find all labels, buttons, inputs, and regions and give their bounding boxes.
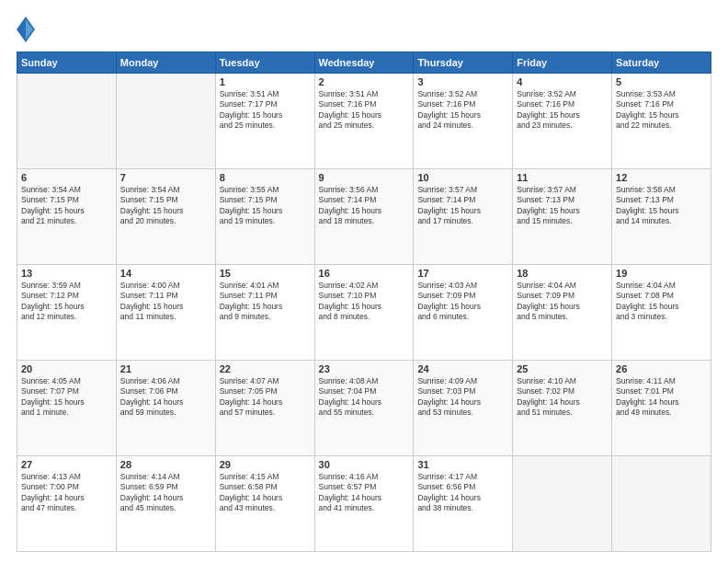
calendar-day-cell: 21Sunrise: 4:06 AM Sunset: 7:06 PM Dayli… xyxy=(116,361,215,456)
calendar-day-cell: 8Sunrise: 3:55 AM Sunset: 7:15 PM Daylig… xyxy=(215,169,314,265)
logo xyxy=(17,17,38,42)
calendar-day-cell: 12Sunrise: 3:58 AM Sunset: 7:13 PM Dayli… xyxy=(612,169,711,265)
day-info: Sunrise: 3:52 AM Sunset: 7:16 PM Dayligh… xyxy=(517,89,608,132)
day-number: 13 xyxy=(21,268,112,279)
day-info: Sunrise: 4:07 AM Sunset: 7:05 PM Dayligh… xyxy=(220,376,311,419)
calendar-day-cell: 28Sunrise: 4:14 AM Sunset: 6:59 PM Dayli… xyxy=(116,456,215,552)
day-number: 31 xyxy=(417,459,508,470)
day-number: 1 xyxy=(220,76,311,87)
calendar-week-row: 27Sunrise: 4:13 AM Sunset: 7:00 PM Dayli… xyxy=(17,456,711,552)
day-info: Sunrise: 3:51 AM Sunset: 7:16 PM Dayligh… xyxy=(319,89,410,132)
day-info: Sunrise: 4:09 AM Sunset: 7:03 PM Dayligh… xyxy=(417,376,508,419)
calendar-day-cell: 6Sunrise: 3:54 AM Sunset: 7:15 PM Daylig… xyxy=(17,169,117,265)
calendar-week-row: 1Sunrise: 3:51 AM Sunset: 7:17 PM Daylig… xyxy=(17,74,711,169)
day-info: Sunrise: 3:56 AM Sunset: 7:14 PM Dayligh… xyxy=(319,185,410,227)
day-info: Sunrise: 3:54 AM Sunset: 7:15 PM Dayligh… xyxy=(21,185,112,227)
calendar-day-cell: 3Sunrise: 3:52 AM Sunset: 7:16 PM Daylig… xyxy=(414,74,513,169)
day-info: Sunrise: 3:57 AM Sunset: 7:13 PM Dayligh… xyxy=(517,185,608,227)
calendar-day-cell xyxy=(513,456,612,552)
calendar-day-cell: 22Sunrise: 4:07 AM Sunset: 7:05 PM Dayli… xyxy=(215,361,314,456)
calendar-day-cell: 23Sunrise: 4:08 AM Sunset: 7:04 PM Dayli… xyxy=(314,361,414,456)
calendar-day-cell: 29Sunrise: 4:15 AM Sunset: 6:58 PM Dayli… xyxy=(215,456,314,552)
calendar-day-cell xyxy=(116,74,215,169)
calendar-day-cell: 17Sunrise: 4:03 AM Sunset: 7:09 PM Dayli… xyxy=(414,265,513,361)
day-info: Sunrise: 4:04 AM Sunset: 7:09 PM Dayligh… xyxy=(517,281,608,323)
day-number: 22 xyxy=(220,363,311,374)
day-number: 16 xyxy=(319,268,410,279)
day-info: Sunrise: 4:00 AM Sunset: 7:11 PM Dayligh… xyxy=(120,281,211,323)
day-info: Sunrise: 3:57 AM Sunset: 7:14 PM Dayligh… xyxy=(417,185,508,227)
calendar-day-cell: 1Sunrise: 3:51 AM Sunset: 7:17 PM Daylig… xyxy=(215,74,314,169)
header xyxy=(17,17,711,42)
calendar-week-row: 20Sunrise: 4:05 AM Sunset: 7:07 PM Dayli… xyxy=(17,361,711,456)
day-number: 4 xyxy=(517,76,608,87)
calendar-day-cell: 7Sunrise: 3:54 AM Sunset: 7:15 PM Daylig… xyxy=(116,169,215,265)
day-info: Sunrise: 3:54 AM Sunset: 7:15 PM Dayligh… xyxy=(120,185,211,227)
calendar-day-cell: 20Sunrise: 4:05 AM Sunset: 7:07 PM Dayli… xyxy=(17,361,117,456)
calendar-col-header: Monday xyxy=(116,52,215,74)
day-number: 6 xyxy=(21,172,112,183)
calendar-col-header: Sunday xyxy=(17,52,117,74)
day-number: 18 xyxy=(517,268,608,279)
calendar-day-cell: 16Sunrise: 4:02 AM Sunset: 7:10 PM Dayli… xyxy=(314,265,414,361)
day-number: 29 xyxy=(220,459,311,470)
calendar-header-row: SundayMondayTuesdayWednesdayThursdayFrid… xyxy=(17,52,711,74)
day-info: Sunrise: 4:04 AM Sunset: 7:08 PM Dayligh… xyxy=(616,281,707,323)
calendar-day-cell: 24Sunrise: 4:09 AM Sunset: 7:03 PM Dayli… xyxy=(414,361,513,456)
day-info: Sunrise: 4:05 AM Sunset: 7:07 PM Dayligh… xyxy=(21,376,112,419)
day-number: 27 xyxy=(21,459,112,470)
calendar-day-cell: 27Sunrise: 4:13 AM Sunset: 7:00 PM Dayli… xyxy=(17,456,117,552)
calendar-day-cell: 14Sunrise: 4:00 AM Sunset: 7:11 PM Dayli… xyxy=(116,265,215,361)
calendar-day-cell: 13Sunrise: 3:59 AM Sunset: 7:12 PM Dayli… xyxy=(17,265,117,361)
calendar-col-header: Saturday xyxy=(612,52,711,74)
day-info: Sunrise: 3:58 AM Sunset: 7:13 PM Dayligh… xyxy=(616,185,707,227)
day-info: Sunrise: 4:10 AM Sunset: 7:02 PM Dayligh… xyxy=(517,376,608,419)
day-info: Sunrise: 3:55 AM Sunset: 7:15 PM Dayligh… xyxy=(220,185,311,227)
day-info: Sunrise: 4:06 AM Sunset: 7:06 PM Dayligh… xyxy=(120,376,211,419)
day-info: Sunrise: 3:53 AM Sunset: 7:16 PM Dayligh… xyxy=(616,89,707,132)
calendar-day-cell xyxy=(17,74,117,169)
page: SundayMondayTuesdayWednesdayThursdayFrid… xyxy=(0,0,728,563)
calendar-day-cell: 11Sunrise: 3:57 AM Sunset: 7:13 PM Dayli… xyxy=(513,169,612,265)
calendar-col-header: Tuesday xyxy=(215,52,314,74)
day-number: 25 xyxy=(517,363,608,374)
day-number: 19 xyxy=(616,268,707,279)
day-number: 14 xyxy=(120,268,211,279)
day-number: 8 xyxy=(220,172,311,183)
calendar-day-cell: 4Sunrise: 3:52 AM Sunset: 7:16 PM Daylig… xyxy=(513,74,612,169)
day-info: Sunrise: 4:02 AM Sunset: 7:10 PM Dayligh… xyxy=(319,281,410,323)
day-info: Sunrise: 4:15 AM Sunset: 6:58 PM Dayligh… xyxy=(220,472,311,514)
day-info: Sunrise: 4:11 AM Sunset: 7:01 PM Dayligh… xyxy=(616,376,707,419)
day-number: 5 xyxy=(616,76,707,87)
calendar-col-header: Friday xyxy=(513,52,612,74)
calendar-day-cell: 31Sunrise: 4:17 AM Sunset: 6:56 PM Dayli… xyxy=(414,456,513,552)
day-number: 24 xyxy=(417,363,508,374)
calendar-day-cell: 25Sunrise: 4:10 AM Sunset: 7:02 PM Dayli… xyxy=(513,361,612,456)
day-number: 28 xyxy=(120,459,211,470)
day-info: Sunrise: 4:08 AM Sunset: 7:04 PM Dayligh… xyxy=(319,376,410,419)
day-info: Sunrise: 4:01 AM Sunset: 7:11 PM Dayligh… xyxy=(220,281,311,323)
day-info: Sunrise: 3:59 AM Sunset: 7:12 PM Dayligh… xyxy=(21,281,112,323)
calendar-day-cell: 2Sunrise: 3:51 AM Sunset: 7:16 PM Daylig… xyxy=(314,74,414,169)
day-number: 9 xyxy=(319,172,410,183)
calendar-col-header: Thursday xyxy=(414,52,513,74)
day-info: Sunrise: 3:51 AM Sunset: 7:17 PM Dayligh… xyxy=(220,89,311,132)
calendar-day-cell: 18Sunrise: 4:04 AM Sunset: 7:09 PM Dayli… xyxy=(513,265,612,361)
calendar-day-cell: 5Sunrise: 3:53 AM Sunset: 7:16 PM Daylig… xyxy=(612,74,711,169)
calendar-table: SundayMondayTuesdayWednesdayThursdayFrid… xyxy=(17,52,711,552)
day-info: Sunrise: 4:14 AM Sunset: 6:59 PM Dayligh… xyxy=(120,472,211,514)
day-info: Sunrise: 3:52 AM Sunset: 7:16 PM Dayligh… xyxy=(417,89,508,132)
calendar-day-cell: 10Sunrise: 3:57 AM Sunset: 7:14 PM Dayli… xyxy=(414,169,513,265)
day-number: 11 xyxy=(517,172,608,183)
calendar-day-cell: 19Sunrise: 4:04 AM Sunset: 7:08 PM Dayli… xyxy=(612,265,711,361)
logo-icon xyxy=(17,17,35,42)
calendar-day-cell xyxy=(612,456,711,552)
calendar-day-cell: 26Sunrise: 4:11 AM Sunset: 7:01 PM Dayli… xyxy=(612,361,711,456)
day-info: Sunrise: 4:13 AM Sunset: 7:00 PM Dayligh… xyxy=(21,472,112,514)
day-info: Sunrise: 4:03 AM Sunset: 7:09 PM Dayligh… xyxy=(417,281,508,323)
day-number: 26 xyxy=(616,363,707,374)
calendar-col-header: Wednesday xyxy=(314,52,414,74)
calendar-week-row: 13Sunrise: 3:59 AM Sunset: 7:12 PM Dayli… xyxy=(17,265,711,361)
day-number: 7 xyxy=(120,172,211,183)
calendar-day-cell: 9Sunrise: 3:56 AM Sunset: 7:14 PM Daylig… xyxy=(314,169,414,265)
